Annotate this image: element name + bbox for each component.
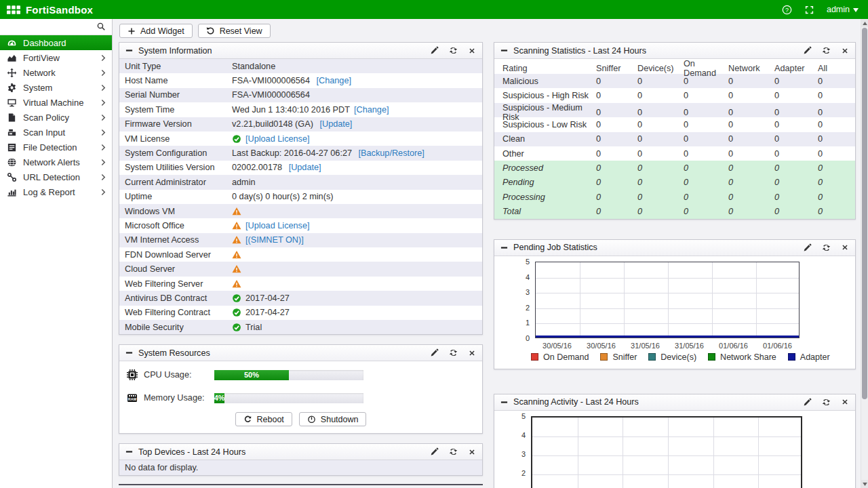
- system-info-row: Windows VM: [119, 204, 482, 218]
- collapse-icon[interactable]: [125, 349, 133, 357]
- stats-value: 0: [637, 163, 684, 173]
- stats-value: 0: [728, 163, 774, 173]
- chevron-right-icon: [101, 188, 106, 196]
- stats-row-malicious: Malicious000000: [494, 74, 855, 88]
- fullscreen-icon[interactable]: [804, 5, 814, 15]
- collapse-icon[interactable]: [500, 47, 508, 54]
- edit-icon[interactable]: [430, 46, 439, 55]
- stats-value: 0: [774, 207, 818, 216]
- memory-usage-row: RAM Memory Usage: 4%: [119, 386, 482, 409]
- sidebar: DashboardFortiViewNetworkSystemVirtual M…: [0, 19, 113, 488]
- info-action-link[interactable]: [(SIMNET ON)]: [245, 235, 304, 245]
- sidebar-menu: DashboardFortiViewNetworkSystemVirtual M…: [0, 35, 112, 199]
- info-action-link[interactable]: [Update]: [289, 163, 321, 172]
- info-action-link[interactable]: [Backup/Restore]: [359, 148, 425, 158]
- refresh-icon[interactable]: [449, 447, 458, 456]
- left-column: System Information Unit TypeStandaloneHo…: [119, 42, 483, 476]
- info-value: v2.21,build0148 (GA) [Update]: [232, 119, 352, 129]
- stats-value: 0: [637, 178, 684, 187]
- sidebar-item-system[interactable]: System: [0, 80, 112, 95]
- area-chart-icon: [6, 52, 17, 63]
- edit-icon[interactable]: [430, 447, 439, 456]
- admin-menu[interactable]: admin: [827, 5, 859, 14]
- stats-column-header: Sniffer: [596, 64, 637, 73]
- system-info-row: Uptime0 day(s) 0 hour(s) 2 min(s): [119, 190, 482, 204]
- shutdown-button[interactable]: Shutdown: [299, 412, 367, 426]
- system-resources-body: CPU Usage: 50% RAM Memory Usage: 4%: [119, 361, 482, 433]
- edit-icon[interactable]: [803, 398, 812, 407]
- topbar: FortiSandbox ? admin: [0, 0, 868, 19]
- close-icon[interactable]: [468, 47, 476, 55]
- info-action-link[interactable]: [Update]: [319, 119, 352, 129]
- refresh-icon[interactable]: [449, 348, 458, 357]
- collapse-icon[interactable]: [125, 47, 133, 54]
- close-icon[interactable]: [468, 448, 476, 456]
- scroll-down-button[interactable]: [861, 480, 868, 488]
- info-action-link[interactable]: [Change]: [317, 76, 352, 85]
- stats-value: 0: [596, 192, 637, 202]
- stats-rating: Suspicious - High Risk: [494, 91, 596, 100]
- stats-value: 0: [684, 120, 728, 129]
- search-icon[interactable]: [96, 22, 106, 34]
- stats-rating: Pending: [494, 178, 596, 187]
- sidebar-item-scan-input[interactable]: Scan Input: [0, 125, 112, 140]
- stats-row-clean: Clean000000: [494, 132, 855, 146]
- refresh-icon[interactable]: [822, 243, 831, 252]
- warning-icon: [232, 221, 241, 230]
- close-icon[interactable]: [841, 243, 849, 251]
- sidebar-item-network[interactable]: Network: [0, 65, 112, 80]
- help-icon[interactable]: ?: [782, 5, 792, 15]
- legend-swatch: [531, 353, 538, 361]
- sidebar-item-dashboard[interactable]: Dashboard: [0, 35, 112, 50]
- stats-rating: Processing: [494, 192, 596, 202]
- sidebar-item-file-detection[interactable]: File Detection: [0, 140, 112, 155]
- sidebar-item-scan-policy[interactable]: Scan Policy: [0, 110, 112, 125]
- edit-icon[interactable]: [803, 46, 812, 55]
- sidebar-search[interactable]: [0, 19, 112, 35]
- close-icon[interactable]: [841, 398, 849, 406]
- collapse-icon[interactable]: [125, 448, 133, 455]
- info-label: VM Internet Access: [125, 235, 232, 245]
- refresh-icon[interactable]: [449, 46, 458, 55]
- reset-view-button[interactable]: Reset View: [198, 24, 271, 38]
- x-axis-tick: 31/05/16: [675, 342, 704, 350]
- refresh-icon[interactable]: [822, 398, 831, 407]
- info-action-link[interactable]: [Upload License]: [245, 134, 310, 144]
- collapse-icon[interactable]: [500, 244, 508, 251]
- power-icon: [307, 415, 316, 424]
- sidebar-item-url-detection[interactable]: URL Detection: [0, 169, 112, 184]
- reboot-button[interactable]: Reboot: [235, 412, 292, 426]
- info-value: [232, 207, 241, 216]
- info-label: System Configuration: [125, 148, 232, 158]
- sidebar-item-virtual-machine[interactable]: Virtual Machine: [0, 95, 112, 110]
- stats-value: 0: [684, 192, 728, 202]
- info-label: System Utilities Version: [125, 163, 232, 172]
- refresh-icon[interactable]: [822, 46, 831, 55]
- stats-column-header: Network: [728, 64, 774, 73]
- edit-icon[interactable]: [430, 348, 439, 357]
- x-axis-tick: 31/05/16: [631, 342, 660, 350]
- stats-value: 0: [728, 77, 774, 86]
- system-info-row: VM License[Upload License]: [119, 131, 482, 146]
- info-label: Serial Number: [125, 90, 232, 100]
- close-icon[interactable]: [841, 47, 849, 55]
- stats-value: 0: [684, 149, 728, 159]
- info-value: [Upload License]: [232, 134, 310, 144]
- system-info-row: Antivirus DB Contract2017-04-27: [119, 291, 482, 305]
- sidebar-item-log-report[interactable]: Log & Report: [0, 184, 112, 199]
- sidebar-item-network-alerts[interactable]: Network Alerts: [0, 155, 112, 169]
- scroll-up-button[interactable]: [861, 19, 868, 27]
- sidebar-item-fortiview[interactable]: FortiView: [0, 50, 112, 65]
- scrollbar-thumb[interactable]: [862, 28, 867, 399]
- close-icon[interactable]: [468, 349, 476, 357]
- stats-value: 0: [774, 178, 818, 187]
- widget-system-resources: System Resources CPU Usage: 50% RAM Memo…: [119, 344, 483, 434]
- legend-swatch: [708, 353, 715, 361]
- edit-icon[interactable]: [803, 243, 812, 252]
- add-widget-button[interactable]: Add Widget: [119, 24, 193, 38]
- collapse-icon[interactable]: [500, 399, 508, 406]
- info-action-link[interactable]: [Upload License]: [245, 221, 310, 230]
- info-action-link[interactable]: [Change]: [354, 105, 389, 115]
- cpu-icon: [126, 369, 138, 381]
- chevron-right-icon: [101, 174, 106, 181]
